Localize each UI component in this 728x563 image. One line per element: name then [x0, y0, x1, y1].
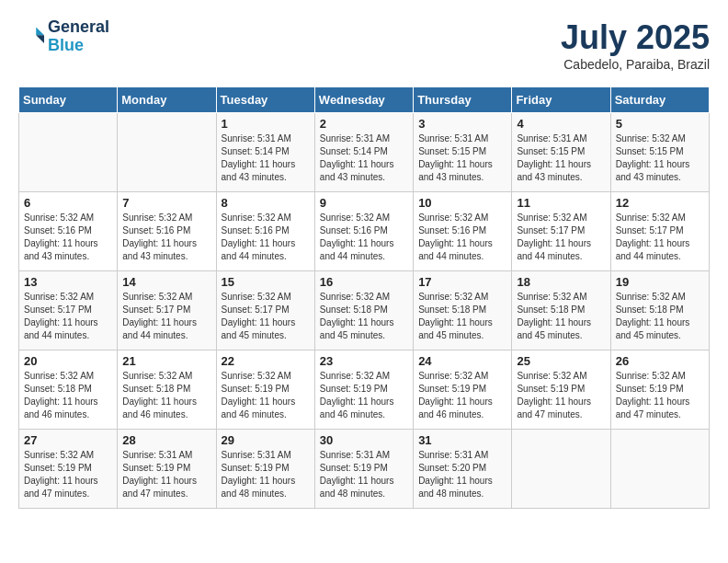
day-info: Sunrise: 5:32 AMSunset: 5:19 PMDaylight:…	[616, 370, 704, 421]
day-info: Sunrise: 5:32 AMSunset: 5:16 PMDaylight:…	[24, 212, 112, 263]
calendar-cell: 30Sunrise: 5:31 AMSunset: 5:19 PMDayligh…	[314, 430, 413, 509]
day-info: Sunrise: 5:32 AMSunset: 5:19 PMDaylight:…	[24, 449, 112, 500]
day-number: 5	[616, 117, 704, 131]
day-number: 23	[320, 354, 408, 368]
calendar-cell: 19Sunrise: 5:32 AMSunset: 5:18 PMDayligh…	[610, 271, 709, 350]
calendar-cell: 24Sunrise: 5:32 AMSunset: 5:19 PMDayligh…	[414, 350, 512, 430]
day-info: Sunrise: 5:32 AMSunset: 5:18 PMDaylight:…	[418, 291, 506, 342]
day-number: 30	[320, 433, 408, 447]
calendar-cell: 9Sunrise: 5:32 AMSunset: 5:16 PMDaylight…	[314, 192, 413, 271]
calendar-week-row: 1Sunrise: 5:31 AMSunset: 5:14 PMDaylight…	[19, 113, 710, 192]
calendar-cell: 11Sunrise: 5:32 AMSunset: 5:17 PMDayligh…	[512, 192, 610, 271]
day-number: 6	[24, 196, 112, 210]
day-number: 10	[418, 196, 506, 210]
calendar-cell	[19, 113, 118, 192]
calendar-cell: 31Sunrise: 5:31 AMSunset: 5:20 PMDayligh…	[414, 430, 512, 509]
day-info: Sunrise: 5:31 AMSunset: 5:15 PMDaylight:…	[418, 132, 506, 184]
weekday-header: Sunday	[19, 87, 118, 113]
logo-text: General Blue	[48, 18, 109, 55]
logo: General Blue	[18, 18, 109, 55]
day-info: Sunrise: 5:32 AMSunset: 5:17 PMDaylight:…	[24, 291, 112, 342]
day-info: Sunrise: 5:32 AMSunset: 5:18 PMDaylight:…	[616, 291, 704, 342]
day-info: Sunrise: 5:31 AMSunset: 5:20 PMDaylight:…	[418, 449, 506, 500]
day-info: Sunrise: 5:32 AMSunset: 5:17 PMDaylight:…	[616, 212, 704, 263]
calendar-cell: 27Sunrise: 5:32 AMSunset: 5:19 PMDayligh…	[19, 430, 118, 509]
day-info: Sunrise: 5:32 AMSunset: 5:18 PMDaylight:…	[122, 370, 210, 421]
calendar-cell: 13Sunrise: 5:32 AMSunset: 5:17 PMDayligh…	[19, 271, 118, 350]
day-number: 25	[517, 354, 605, 368]
month-title: July 2025	[561, 18, 710, 57]
day-info: Sunrise: 5:31 AMSunset: 5:19 PMDaylight:…	[222, 449, 310, 500]
calendar-cell: 23Sunrise: 5:32 AMSunset: 5:19 PMDayligh…	[314, 350, 413, 430]
calendar-cell: 6Sunrise: 5:32 AMSunset: 5:16 PMDaylight…	[19, 192, 118, 271]
logo-icon	[18, 24, 44, 50]
day-info: Sunrise: 5:32 AMSunset: 5:17 PMDaylight:…	[222, 291, 310, 342]
day-info: Sunrise: 5:31 AMSunset: 5:19 PMDaylight:…	[122, 449, 210, 500]
day-info: Sunrise: 5:32 AMSunset: 5:16 PMDaylight:…	[418, 212, 506, 263]
day-number: 24	[418, 354, 506, 368]
day-number: 31	[418, 433, 506, 447]
day-number: 8	[222, 196, 310, 210]
day-number: 26	[616, 354, 704, 368]
day-number: 16	[320, 275, 408, 289]
day-number: 7	[122, 196, 210, 210]
day-info: Sunrise: 5:32 AMSunset: 5:18 PMDaylight:…	[320, 291, 408, 342]
weekday-header: Tuesday	[216, 87, 314, 113]
calendar-cell: 7Sunrise: 5:32 AMSunset: 5:16 PMDaylight…	[118, 192, 216, 271]
day-number: 17	[418, 275, 506, 289]
calendar-cell: 8Sunrise: 5:32 AMSunset: 5:16 PMDaylight…	[216, 192, 314, 271]
calendar-cell: 16Sunrise: 5:32 AMSunset: 5:18 PMDayligh…	[314, 271, 413, 350]
title-block: July 2025 Cabedelo, Paraiba, Brazil	[561, 18, 710, 72]
day-number: 9	[320, 196, 408, 210]
calendar-cell	[512, 430, 610, 509]
day-info: Sunrise: 5:32 AMSunset: 5:17 PMDaylight:…	[517, 212, 605, 263]
day-number: 20	[24, 354, 112, 368]
weekday-header: Saturday	[610, 87, 709, 113]
subtitle: Cabedelo, Paraiba, Brazil	[561, 57, 710, 72]
calendar-cell: 26Sunrise: 5:32 AMSunset: 5:19 PMDayligh…	[610, 350, 709, 430]
day-number: 19	[616, 275, 704, 289]
day-number: 28	[122, 433, 210, 447]
calendar-week-row: 6Sunrise: 5:32 AMSunset: 5:16 PMDaylight…	[19, 192, 710, 271]
calendar-cell: 1Sunrise: 5:31 AMSunset: 5:14 PMDaylight…	[216, 113, 314, 192]
day-info: Sunrise: 5:32 AMSunset: 5:16 PMDaylight:…	[122, 212, 210, 263]
day-number: 15	[222, 275, 310, 289]
calendar-cell: 12Sunrise: 5:32 AMSunset: 5:17 PMDayligh…	[610, 192, 709, 271]
calendar-cell: 2Sunrise: 5:31 AMSunset: 5:14 PMDaylight…	[314, 113, 413, 192]
calendar-week-row: 20Sunrise: 5:32 AMSunset: 5:18 PMDayligh…	[19, 350, 710, 430]
day-info: Sunrise: 5:32 AMSunset: 5:15 PMDaylight:…	[616, 132, 704, 184]
day-number: 27	[24, 433, 112, 447]
calendar-cell: 17Sunrise: 5:32 AMSunset: 5:18 PMDayligh…	[414, 271, 512, 350]
day-number: 4	[517, 117, 605, 131]
calendar-cell: 5Sunrise: 5:32 AMSunset: 5:15 PMDaylight…	[610, 113, 709, 192]
day-info: Sunrise: 5:32 AMSunset: 5:19 PMDaylight:…	[222, 370, 310, 421]
day-number: 1	[222, 117, 310, 131]
calendar-cell: 10Sunrise: 5:32 AMSunset: 5:16 PMDayligh…	[414, 192, 512, 271]
calendar-cell	[118, 113, 216, 192]
day-info: Sunrise: 5:31 AMSunset: 5:14 PMDaylight:…	[320, 132, 408, 184]
page-header: General Blue July 2025 Cabedelo, Paraiba…	[18, 18, 710, 72]
calendar-cell: 15Sunrise: 5:32 AMSunset: 5:17 PMDayligh…	[216, 271, 314, 350]
day-info: Sunrise: 5:32 AMSunset: 5:16 PMDaylight:…	[222, 212, 310, 263]
calendar-table: SundayMondayTuesdayWednesdayThursdayFrid…	[18, 86, 710, 509]
day-number: 14	[122, 275, 210, 289]
calendar-cell	[610, 430, 709, 509]
weekday-header: Friday	[512, 87, 610, 113]
day-info: Sunrise: 5:32 AMSunset: 5:18 PMDaylight:…	[517, 291, 605, 342]
day-info: Sunrise: 5:31 AMSunset: 5:19 PMDaylight:…	[320, 449, 408, 500]
calendar-cell: 18Sunrise: 5:32 AMSunset: 5:18 PMDayligh…	[512, 271, 610, 350]
weekday-header: Monday	[118, 87, 216, 113]
calendar-cell: 3Sunrise: 5:31 AMSunset: 5:15 PMDaylight…	[414, 113, 512, 192]
day-info: Sunrise: 5:31 AMSunset: 5:15 PMDaylight:…	[517, 132, 605, 184]
calendar-cell: 4Sunrise: 5:31 AMSunset: 5:15 PMDaylight…	[512, 113, 610, 192]
day-info: Sunrise: 5:32 AMSunset: 5:19 PMDaylight:…	[418, 370, 506, 421]
calendar-cell: 28Sunrise: 5:31 AMSunset: 5:19 PMDayligh…	[118, 430, 216, 509]
day-number: 3	[418, 117, 506, 131]
day-number: 22	[222, 354, 310, 368]
weekday-header: Thursday	[414, 87, 512, 113]
day-number: 13	[24, 275, 112, 289]
weekday-header: Wednesday	[314, 87, 413, 113]
calendar-week-row: 27Sunrise: 5:32 AMSunset: 5:19 PMDayligh…	[19, 430, 710, 509]
day-info: Sunrise: 5:32 AMSunset: 5:18 PMDaylight:…	[24, 370, 112, 421]
calendar-cell: 21Sunrise: 5:32 AMSunset: 5:18 PMDayligh…	[118, 350, 216, 430]
